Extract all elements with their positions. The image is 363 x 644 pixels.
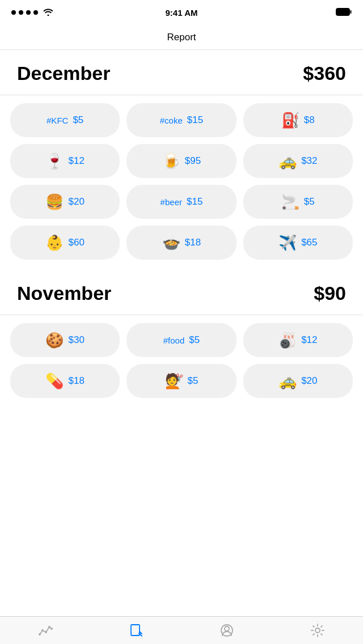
battery-icon: [336, 8, 352, 18]
tag-icon: 🍔: [45, 194, 64, 209]
status-time: 9:41 AM: [166, 8, 198, 18]
tag-amount: $65: [301, 237, 317, 248]
tag-icon: 🍲: [162, 235, 180, 250]
tag-icon: 💇: [165, 374, 183, 388]
tag-amount: $20: [68, 196, 84, 207]
tag-item[interactable]: 🍪$30: [10, 323, 120, 357]
tag-amount: $18: [68, 375, 84, 387]
svg-point-5: [48, 626, 50, 628]
tag-icon: 🍺: [162, 154, 180, 168]
tag-item[interactable]: ⛽$8: [243, 103, 353, 137]
tag-item[interactable]: 🍷$12: [10, 144, 120, 178]
tag-item[interactable]: 🎳$12: [243, 323, 353, 357]
tag-item[interactable]: 🍲$18: [126, 226, 236, 260]
tag-icon: 💊: [45, 374, 64, 388]
tag-amount: $5: [304, 196, 315, 207]
tag-icon: 🍷: [45, 154, 64, 168]
tab-note[interactable]: [91, 617, 182, 644]
month-divider-december: [0, 95, 363, 95]
signal-dot: [33, 10, 38, 15]
svg-point-11: [225, 626, 229, 631]
nav-bar: Report: [0, 25, 363, 50]
wifi-icon: [43, 8, 53, 18]
tag-amount: $12: [301, 334, 317, 346]
tag-amount: $60: [68, 237, 84, 248]
signal-dot: [26, 10, 31, 15]
tag-icon: #coke: [160, 116, 183, 125]
signal-area: [11, 8, 53, 18]
signal-dot: [19, 10, 23, 15]
svg-rect-0: [336, 8, 350, 15]
month-header-november: November$90: [0, 270, 363, 315]
tag-amount: $95: [185, 155, 201, 167]
svg-point-12: [315, 628, 320, 633]
tag-amount: $5: [73, 115, 83, 126]
tag-icon: #food: [163, 336, 185, 345]
tab-chart[interactable]: [0, 617, 91, 644]
tag-icon: #KFC: [47, 116, 68, 125]
tag-amount: $15: [187, 115, 203, 126]
svg-point-6: [50, 628, 53, 630]
tag-amount: $32: [301, 155, 317, 167]
tag-icon: ⛽: [281, 113, 299, 128]
tag-item[interactable]: 🍺$95: [126, 144, 236, 178]
tag-amount: $12: [68, 155, 84, 167]
tab-profile[interactable]: [182, 617, 272, 644]
tag-icon: #beer: [161, 197, 182, 207]
tag-item[interactable]: 🍔$20: [10, 185, 120, 219]
tab-settings[interactable]: [272, 617, 363, 644]
svg-point-3: [41, 629, 44, 632]
tag-icon: 🍪: [45, 333, 64, 348]
tag-item[interactable]: #KFC$5: [10, 103, 120, 137]
tag-item[interactable]: 👶$60: [10, 226, 120, 260]
tag-item[interactable]: ✈️$65: [243, 226, 353, 260]
tab-bar: [0, 616, 363, 644]
tag-item[interactable]: 🚕$20: [243, 364, 353, 398]
tag-amount: $18: [185, 237, 201, 248]
status-bar: 9:41 AM: [0, 0, 363, 25]
tag-item[interactable]: #beer$15: [126, 185, 236, 219]
month-total-november: $90: [314, 282, 346, 304]
tag-amount: $30: [68, 334, 84, 346]
nav-title: Report: [167, 32, 196, 43]
tag-icon: 🚬: [281, 194, 299, 209]
tag-item[interactable]: #coke$15: [126, 103, 236, 137]
svg-rect-7: [131, 625, 140, 635]
tag-amount: $5: [188, 375, 199, 387]
month-total-december: $360: [303, 62, 346, 84]
tag-icon: 👶: [45, 235, 64, 250]
tag-item[interactable]: 🚬$5: [243, 185, 353, 219]
tag-amount: $5: [189, 334, 200, 346]
tag-amount: $20: [301, 375, 317, 387]
month-divider-november: [0, 315, 363, 315]
tags-grid-december: #KFC$5#coke$15⛽$8🍷$12🍺$95🚕$32🍔$20#beer$1…: [0, 103, 363, 270]
tags-grid-november: 🍪$30#food$5🎳$12💊$18💇$5🚕$20: [0, 323, 363, 408]
tag-icon: 🎳: [278, 333, 297, 348]
tag-item[interactable]: #food$5: [126, 323, 236, 357]
signal-dot: [11, 10, 16, 15]
svg-point-4: [45, 631, 47, 633]
tag-icon: ✈️: [278, 235, 297, 250]
month-name-december: December: [17, 62, 110, 84]
tag-amount: $8: [304, 115, 315, 126]
month-name-november: November: [17, 282, 111, 304]
main-content: December$360#KFC$5#coke$15⛽$8🍷$12🍺$95🚕$3…: [0, 50, 363, 616]
tag-item[interactable]: 💇$5: [126, 364, 236, 398]
svg-rect-1: [351, 10, 352, 14]
tag-item[interactable]: 💊$18: [10, 364, 120, 398]
svg-point-2: [39, 633, 41, 635]
month-header-december: December$360: [0, 50, 363, 95]
tag-item[interactable]: 🚕$32: [243, 144, 353, 178]
tag-amount: $15: [187, 196, 202, 207]
tag-icon: 🚕: [278, 374, 297, 388]
tag-icon: 🚕: [278, 154, 297, 168]
